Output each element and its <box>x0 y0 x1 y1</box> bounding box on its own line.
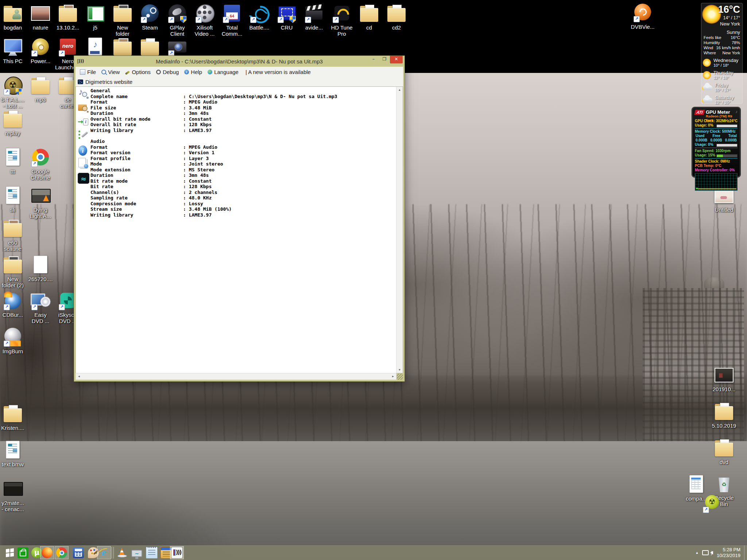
taskbar-button-store[interactable] <box>16 546 30 559</box>
tray-overflow-button[interactable]: ▲ <box>693 551 701 555</box>
mediainfo-icon: ))) <box>171 547 183 559</box>
digimetrics-link[interactable]: Digimetrics website <box>85 79 132 85</box>
desktop-icon-text-bmw[interactable]: text bmw <box>0 440 29 467</box>
resize-grip[interactable] <box>397 374 403 380</box>
weather-detail-where: WhereNew York <box>704 50 740 55</box>
info-panel: GeneralComplete name: C:\Users\bogdan\De… <box>76 86 403 373</box>
taskbar-button-firefox[interactable] <box>40 546 54 559</box>
taskbar-button-start[interactable] <box>3 546 17 559</box>
desktop-icon-label: e60 scaune <box>0 240 29 252</box>
cloud-icon <box>703 85 712 90</box>
vertical-scrollbar[interactable]: ▲ ▼ <box>396 87 403 373</box>
desktop-icon-265720[interactable]: 265720.... <box>24 254 57 282</box>
language-icon <box>208 70 212 74</box>
documents-icon <box>78 157 89 169</box>
folder-thumbnail <box>720 439 729 451</box>
desktop-icon-dvbvie[interactable]: ↗DVBVie... <box>626 2 659 30</box>
desktop-icon-imgburn[interactable]: ↗ImgBurn <box>0 327 29 354</box>
easydvd-icon: ↗ <box>30 290 51 311</box>
fan-speed-row: Fan Speed: 1030rpm <box>695 149 738 153</box>
hdtune-icon: ↗ <box>332 3 352 23</box>
shortcut-arrow-icon: ↗ <box>4 341 10 347</box>
menu-item-options[interactable]: Options <box>123 68 154 76</box>
taskbar-button-system-monitor[interactable]: ~ <box>130 546 144 559</box>
minimize-button[interactable]: – <box>368 56 379 63</box>
folder-thumbnail <box>119 5 128 17</box>
desktop-icon-e60-scaune[interactable]: e60 scaune <box>0 218 29 252</box>
horizontal-scrollbar[interactable]: ◄ ► <box>76 373 396 380</box>
menu-item-help[interactable]: Help <box>182 68 205 76</box>
taskbar-button-notepad[interactable] <box>145 546 159 559</box>
info-row-complete-name: Complete name: C:\Users\bogdan\Desktop\m… <box>76 94 395 100</box>
scroll-up-arrow[interactable]: ▲ <box>396 87 403 93</box>
taskbar-button-chrome[interactable] <box>55 546 69 559</box>
folder-icon <box>3 254 23 275</box>
gpu-meter-widget[interactable]: ATI GPU Meter ♪ Radeon (TM) R9 Fury GPU … <box>692 107 740 177</box>
menu-bar: FileViewOptionsDebugHelpLanguage | A new… <box>76 67 403 77</box>
current-temperature: 16°C <box>718 4 740 15</box>
shader-clock-row: Shader Clock: 0MHz <box>695 159 738 164</box>
memory-clock-row: Memory Clock: 500MHz <box>695 129 738 134</box>
window-titlebar[interactable]: |))) MediaInfo - C:\Users\bogdan\Desktop… <box>74 56 405 67</box>
show-desktop-button[interactable] <box>744 545 747 560</box>
desktop-icon-5-10-2019[interactable]: 5.10.2019 <box>708 401 740 429</box>
folder-icon <box>3 3 23 23</box>
taskbar-button-internet-explorer[interactable]: e <box>97 546 111 559</box>
sun-icon <box>703 59 711 67</box>
desktop-icon-camera-shortcut[interactable]: ↗ <box>161 36 194 57</box>
menu-item-file[interactable]: File <box>78 68 99 76</box>
desktop-icon-dvd[interactable]: dvd <box>708 438 740 465</box>
ati-logo: ATI <box>694 110 705 115</box>
uac-shield-icon <box>180 16 186 23</box>
desktop-icon-replay[interactable]: replay <box>0 109 29 136</box>
menu-item-language[interactable]: Language <box>205 68 242 76</box>
shortcut-arrow-icon: ↗ <box>634 16 640 22</box>
info-row-stream-size: Stream size: 3.48 MiB (100%) <box>76 206 395 212</box>
clapper-icon: ↗ <box>304 3 324 23</box>
desktop-icon-cd2[interactable]: cd2 <box>380 3 413 31</box>
tray-display-icon[interactable] <box>702 550 709 555</box>
scroll-left-arrow[interactable]: ◄ <box>76 373 82 380</box>
desktop-icon-y2mate-cenac[interactable]: y2mate... - cenac... <box>0 478 29 512</box>
desktop-icon-dying-light-a[interactable]: Dying Light A... <box>24 185 57 219</box>
help-icon <box>184 70 189 74</box>
rad-green-icon: ↗ <box>702 493 722 513</box>
divider <box>695 158 738 159</box>
weather-widget[interactable]: 16°C 14° / 17° New York Sunny Feels like… <box>701 3 743 104</box>
taskbar-button-calculator[interactable] <box>71 546 85 559</box>
menu-item-view[interactable]: View <box>99 68 123 76</box>
scroll-down-arrow[interactable]: ▼ <box>396 367 403 373</box>
taskbar-button-mediainfo[interactable]: ))) <box>170 546 184 559</box>
maximize-button[interactable]: ❐ <box>379 56 390 63</box>
folder-icon <box>359 3 379 23</box>
desktop-icon-label: replay <box>0 130 29 136</box>
folder-thumbnail <box>12 9 22 20</box>
close-button[interactable]: ✕ <box>390 56 403 63</box>
tray-volume-icon[interactable] <box>710 551 713 555</box>
store-icon <box>18 547 28 558</box>
shortcut-arrow-icon: ↗ <box>141 17 147 23</box>
info-row-format-version: Format version: Version 1 <box>76 150 395 156</box>
taskbar-button-vlc[interactable] <box>115 546 129 559</box>
waveform-icon <box>78 173 89 184</box>
desktop-icon-radioactive-shortcut[interactable]: ↗ <box>696 493 728 513</box>
desktop-icon-label: Kristen.... <box>0 425 29 431</box>
scroll-right-arrow[interactable]: ► <box>390 373 396 380</box>
desktop-icon-201910[interactable]: 201910... <box>708 365 740 392</box>
folder-thumbnail <box>146 38 155 50</box>
video-dark-icon <box>3 478 23 499</box>
doc-icon <box>3 147 23 167</box>
menu-item-debug[interactable]: Debug <box>154 68 182 76</box>
desktop-icon-kristen[interactable]: Kristen.... <box>0 403 29 431</box>
weather-detail-humidity: Humidity78% <box>704 40 740 45</box>
info-row-writing-library: Writing library: LAME3.97 <box>76 212 395 218</box>
desktop-icon-google-chrome[interactable]: ↗Google Chrome <box>24 147 57 181</box>
taskbar: µe~))) ▲ 5:28 PM 10/23/2019 <box>0 545 747 560</box>
shortcut-arrow-icon: ↗ <box>305 17 311 23</box>
floppy-icon: ↗ <box>222 3 242 23</box>
info-row-file-size: File size: 3.48 MiB <box>76 105 395 111</box>
taskbar-clock[interactable]: 5:28 PM 10/23/2019 <box>714 547 744 559</box>
cru-icon: ↗ <box>276 3 297 23</box>
gpu-usage-bar <box>716 124 738 128</box>
firefox-icon <box>42 547 53 558</box>
